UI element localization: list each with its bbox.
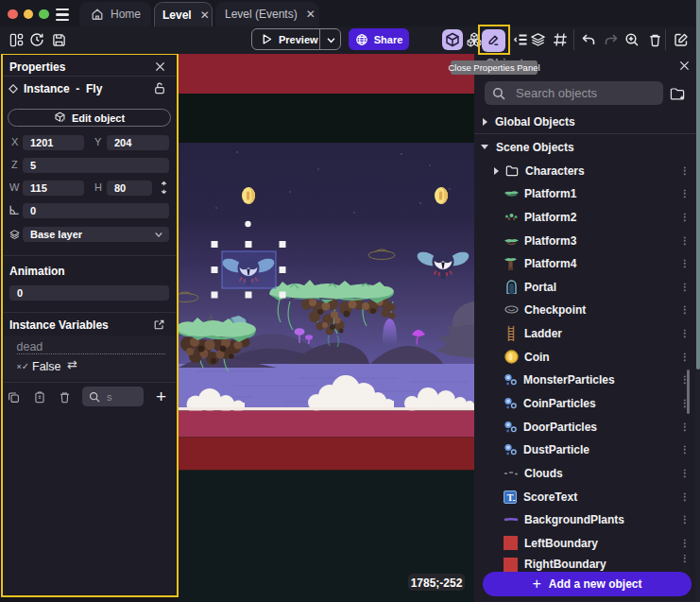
svg-text:T: T xyxy=(507,491,514,502)
svg-text:1785;-252: 1785;-252 xyxy=(411,576,463,590)
